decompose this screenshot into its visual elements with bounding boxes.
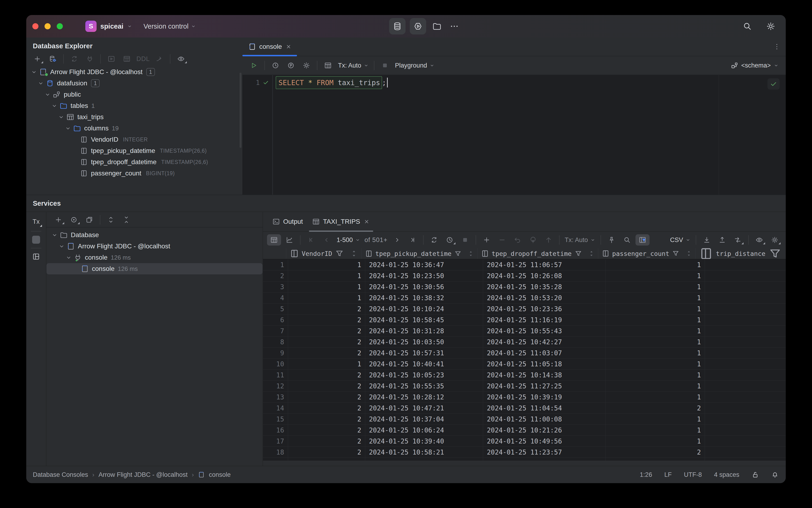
table-cell[interactable]: 1 xyxy=(606,370,705,380)
table-cell[interactable]: 2024-01-25 10:58:21 xyxy=(365,447,483,458)
table-row[interactable]: 212024-01-25 10:23:502024-01-25 10:26:08… xyxy=(263,270,786,282)
table-cell[interactable]: 2024-01-25 10:30:56 xyxy=(365,282,483,292)
editor-content[interactable]: 1 SELECT * FROM taxi_trips; xyxy=(242,75,786,195)
table-cell[interactable]: 1.8 xyxy=(705,358,786,369)
breadcrumb-datasource[interactable]: Arrow Flight JDBC - @localhost xyxy=(98,471,187,478)
table-cell[interactable]: 2024-01-25 10:39:40 xyxy=(365,436,483,447)
table-cell[interactable]: 2024-01-25 10:25:10 xyxy=(483,458,606,461)
tx-mode-results-dropdown[interactable]: Tx: Auto xyxy=(562,237,598,244)
table-cell[interactable]: 2 xyxy=(606,447,705,458)
tree-item-arrow-flight-jdbc-localhost[interactable]: Arrow Flight JDBC - @localhost xyxy=(46,241,263,252)
open-in-new-tab-button[interactable] xyxy=(82,214,96,225)
table-cell[interactable]: 1 xyxy=(288,358,365,369)
search-everywhere-button[interactable] xyxy=(741,20,754,33)
table-cell[interactable]: 2024-01-25 10:28:12 xyxy=(365,392,483,403)
table-row[interactable]: 1722024-01-25 10:39:402024-01-25 10:49:5… xyxy=(263,436,786,447)
services-tool-button[interactable] xyxy=(410,18,426,35)
table-cell[interactable]: 1.7 xyxy=(705,458,786,461)
table-cell[interactable]: 2024-01-25 11:00:08 xyxy=(483,414,606,424)
table-cell[interactable]: 2024-01-25 10:39:19 xyxy=(483,392,606,403)
table-cell[interactable]: 1 xyxy=(606,303,705,314)
chart-view-button[interactable] xyxy=(282,234,297,246)
collapse-all-button[interactable] xyxy=(119,214,133,225)
table-cell[interactable]: 0.75 xyxy=(705,392,786,403)
tab-console[interactable]: console xyxy=(242,38,297,56)
table-cell[interactable]: 2024-01-25 10:05:23 xyxy=(365,370,483,380)
table-cell[interactable]: 2.46 xyxy=(705,414,786,424)
table-cell[interactable]: 2024-01-25 11:27:25 xyxy=(483,381,606,391)
table-cell[interactable]: 1 xyxy=(288,282,365,292)
add-service-button[interactable] xyxy=(51,214,65,225)
table-cell[interactable]: 9.49 xyxy=(705,326,786,336)
import-button[interactable] xyxy=(700,234,714,246)
project-files-button[interactable] xyxy=(431,20,444,33)
close-icon[interactable] xyxy=(285,43,292,50)
breadcrumb-console[interactable]: console xyxy=(209,471,231,478)
export-format-dropdown[interactable]: CSV xyxy=(668,237,693,244)
sql-line[interactable]: SELECT * FROM taxi_trips; xyxy=(276,75,388,90)
tree-item-public[interactable]: public xyxy=(26,89,242,100)
table-cell[interactable]: 0.8 xyxy=(705,282,786,292)
table-row[interactable]: 1912024-01-25 10:02:082024-01-25 10:25:1… xyxy=(263,458,786,461)
chevron-down-icon[interactable] xyxy=(63,125,73,132)
table-cell[interactable]: 1 xyxy=(606,292,705,303)
table-cell[interactable]: 2024-01-25 10:58:45 xyxy=(365,314,483,325)
reload-button[interactable] xyxy=(427,234,441,246)
table-cell[interactable]: 1.3 xyxy=(705,292,786,303)
table-cell[interactable]: 2024-01-25 10:26:08 xyxy=(483,270,606,281)
notifications-icon[interactable] xyxy=(771,471,779,478)
column-header-passenger_count[interactable]: passenger_count xyxy=(598,248,695,259)
table-cell[interactable]: 1.47 xyxy=(705,447,786,458)
database-tool-button[interactable] xyxy=(389,18,406,35)
show-services-button[interactable] xyxy=(67,214,81,225)
version-control-menu[interactable]: Version control xyxy=(143,23,196,30)
tx-mode-dropdown[interactable]: Tx: Auto xyxy=(336,62,371,69)
close-window-button[interactable] xyxy=(32,23,38,29)
table-row[interactable]: 1422024-01-25 10:47:212024-01-25 11:04:5… xyxy=(263,403,786,414)
table-cell[interactable]: 2 xyxy=(288,370,365,380)
table-cell[interactable]: 2024-01-25 11:03:07 xyxy=(483,348,606,358)
settings-button[interactable] xyxy=(299,60,313,71)
chevron-down-icon[interactable] xyxy=(43,91,52,98)
tree-item-tables[interactable]: tables1 xyxy=(26,100,242,112)
table-cell[interactable]: 0.4 xyxy=(705,270,786,281)
table-row[interactable]: 922024-01-25 10:57:312024-01-25 11:03:07… xyxy=(263,348,786,358)
table-cell[interactable]: 2024-01-25 10:31:28 xyxy=(365,326,483,336)
column-header-vendorid[interactable]: VendorID xyxy=(286,248,361,259)
table-cell[interactable]: 2024-01-25 10:49:56 xyxy=(483,436,606,447)
table-cell[interactable]: 2024-01-25 11:04:54 xyxy=(483,403,606,414)
table-cell[interactable]: 2024-01-25 10:14:38 xyxy=(483,370,606,380)
table-cell[interactable]: 0.76 xyxy=(705,348,786,358)
table-cell[interactable]: 2 xyxy=(288,337,365,347)
table-cell[interactable]: 1 xyxy=(288,292,365,303)
table-cell[interactable]: 2 xyxy=(288,414,365,424)
table-cell[interactable]: 1 xyxy=(606,282,705,292)
table-cell[interactable]: 2024-01-25 11:06:57 xyxy=(483,259,606,270)
table-cell[interactable]: 2024-01-25 10:36:47 xyxy=(365,259,483,270)
table-row[interactable]: 1322024-01-25 10:28:122024-01-25 10:39:1… xyxy=(263,392,786,403)
table-cell[interactable]: 1 xyxy=(606,381,705,391)
chevron-down-icon[interactable] xyxy=(64,254,73,261)
table-cell[interactable]: 2 xyxy=(288,425,365,435)
lock-open-icon[interactable] xyxy=(752,471,759,478)
table-cell[interactable]: 1 xyxy=(288,259,365,270)
table-cell[interactable]: 2 xyxy=(288,303,365,314)
table-cell[interactable]: 2024-01-25 10:10:24 xyxy=(365,303,483,314)
breadcrumb-database-consoles[interactable]: Database Consoles xyxy=(33,471,88,478)
table-cell[interactable]: 2024-01-25 10:57:31 xyxy=(365,348,483,358)
table-row[interactable]: 622024-01-25 10:58:452024-01-25 11:16:19… xyxy=(263,314,786,326)
tree-item-tpep-dropoff-datetime[interactable]: tpep_dropoff_datetimeTIMESTAMP(26,6) xyxy=(26,157,242,168)
find-button[interactable] xyxy=(620,234,634,246)
tree-item-tpep-pickup-datetime[interactable]: tpep_pickup_datetimeTIMESTAMP(26,6) xyxy=(26,145,242,157)
column-filter-button[interactable] xyxy=(635,234,649,246)
table-cell[interactable]: 1 xyxy=(606,259,705,270)
add-button[interactable] xyxy=(30,53,44,65)
more-tools-button[interactable] xyxy=(448,20,461,33)
line-separator[interactable]: LF xyxy=(664,471,672,478)
kebab-menu-icon[interactable] xyxy=(773,43,780,50)
chevron-down-icon[interactable] xyxy=(57,243,66,250)
chevron-down-icon[interactable] xyxy=(50,102,59,109)
table-row[interactable]: 522024-01-25 10:10:242024-01-25 10:23:36… xyxy=(263,303,786,314)
table-cell[interactable]: 2024-01-25 10:23:50 xyxy=(365,270,483,281)
table-cell[interactable]: 1 xyxy=(606,337,705,347)
